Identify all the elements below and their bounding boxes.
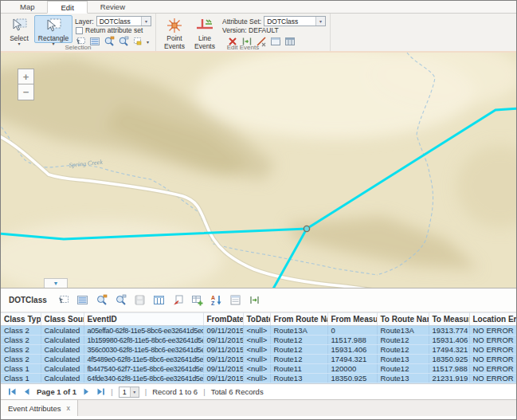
zoom-in-button[interactable]: +	[18, 69, 34, 84]
attribute-set-combobox[interactable]: DOTClass ▾	[264, 16, 326, 26]
cell-from-measure[interactable]: 11517.988	[327, 336, 377, 345]
cell-from-measure[interactable]: 120000	[327, 364, 377, 374]
cell-fromdate[interactable]: 09/11/2015	[203, 345, 243, 355]
attribute-window-icon[interactable]	[229, 294, 241, 306]
return-attribute-set-checkbox[interactable]	[76, 27, 83, 34]
cell-to-route[interactable]: Route13	[377, 355, 429, 364]
line-events-button[interactable]: Line Events	[190, 15, 220, 43]
col-header-from-route-name[interactable]: From Route Name	[270, 313, 327, 326]
show-selected-rows-icon[interactable]	[76, 294, 88, 306]
cell-class-source[interactable]: Calculated	[41, 326, 84, 336]
cell-from-route[interactable]: Route11	[270, 364, 327, 374]
close-tab-icon[interactable]: x	[67, 404, 71, 412]
cell-from-route[interactable]: Route13	[270, 374, 327, 383]
cell-location-error[interactable]: NO ERROR	[469, 355, 517, 364]
map-canvas[interactable]: Spring Creek + − ▼	[1, 53, 516, 289]
cell-class-source[interactable]: Calculated	[41, 345, 84, 355]
table-row[interactable]: Class 1Calculatedfb447540-62f7-11e5-8bc6…	[1, 364, 517, 374]
select-button[interactable]: Select ▾	[4, 15, 34, 43]
cell-eventid[interactable]: a05effa0-62f8-11e5-8bc6-ee32641d5ec9	[84, 326, 203, 336]
select-records-icon[interactable]	[57, 294, 69, 306]
cell-location-error[interactable]: NO ERROR	[469, 336, 517, 345]
cell-eventid[interactable]: 64fde340-62f8-11e5-8bc6-ee32641d5ec9	[84, 374, 203, 383]
cell-from-measure[interactable]: 17494.321	[327, 355, 377, 364]
cell-to-measure[interactable]: 18350.925	[429, 355, 469, 364]
table-row[interactable]: Class 2Calculateda05effa0-62f8-11e5-8bc6…	[1, 326, 517, 336]
point-events-button[interactable]: Point Events	[159, 15, 190, 43]
zoom-out-button[interactable]: −	[18, 84, 34, 100]
cell-from-route[interactable]: Route12	[270, 345, 327, 355]
cell-class-type[interactable]: Class 1	[1, 374, 41, 383]
cell-to-measure[interactable]: 21231.919	[429, 374, 469, 383]
cell-class-type[interactable]: Class 2	[1, 345, 41, 355]
last-page-icon[interactable]	[96, 387, 105, 396]
page-number-dropdown-arrow-icon[interactable]: ▾	[130, 387, 139, 397]
tab-review[interactable]: Review	[88, 1, 138, 13]
pan-to-selected-icon[interactable]	[115, 294, 127, 306]
junction-point-marker[interactable]	[304, 226, 309, 231]
zoom-to-selected-icon[interactable]	[96, 294, 108, 306]
cell-class-type[interactable]: Class 2	[1, 336, 41, 345]
measure-brackets-icon[interactable]	[249, 294, 260, 306]
save-edits-icon[interactable]	[134, 294, 146, 306]
col-header-from-measure[interactable]: From Measure	[327, 313, 377, 326]
cell-class-source[interactable]: Calculated	[41, 336, 84, 345]
table-row[interactable]: Class 2Calculated356c0030-62f8-11e5-8bc6…	[1, 345, 517, 355]
col-header-to-route-name[interactable]: To Route Name	[377, 313, 429, 326]
cell-todate[interactable]: <null>	[243, 336, 270, 345]
cell-to-route[interactable]: Route13A	[377, 326, 429, 336]
cell-location-error[interactable]: NO ERROR	[469, 326, 517, 336]
cell-eventid[interactable]: 1b159980-62f8-11e5-8bc6-ee32641d5ec9	[84, 336, 203, 345]
col-header-fromdate[interactable]: FromDate	[203, 313, 243, 326]
cell-fromdate[interactable]: 09/11/2015	[203, 374, 243, 383]
cell-todate[interactable]: <null>	[243, 364, 270, 374]
cell-from-measure[interactable]: 15931.406	[327, 345, 377, 355]
cell-todate[interactable]: <null>	[243, 326, 270, 336]
col-header-to-measure[interactable]: To Measure	[429, 313, 469, 326]
tab-map[interactable]: Map	[7, 1, 47, 13]
cell-fromdate[interactable]: 09/11/2015	[203, 336, 243, 345]
cell-to-measure[interactable]: 19313.774	[429, 326, 469, 336]
cell-fromdate[interactable]: 09/11/2015	[203, 326, 243, 336]
cell-to-route[interactable]: Route12	[377, 336, 429, 345]
cell-eventid[interactable]: 356c0030-62f8-11e5-8bc6-ee32641d5ec9	[84, 345, 203, 355]
cell-todate[interactable]: <null>	[243, 355, 270, 364]
cell-location-error[interactable]: NO ERROR	[469, 364, 517, 374]
tab-edit[interactable]: Edit	[47, 1, 87, 14]
rectangle-select-button[interactable]: Rectangle ▾	[34, 15, 72, 43]
col-header-todate[interactable]: ToDate	[243, 313, 270, 326]
cell-class-source[interactable]: Calculated	[41, 374, 84, 383]
cell-class-type[interactable]: Class 1	[1, 364, 41, 374]
remove-from-table-icon[interactable]	[172, 294, 184, 306]
page-number-dropdown[interactable]: 1 ▾	[119, 387, 139, 398]
cell-from-route[interactable]: Route12	[270, 336, 327, 345]
cell-to-route[interactable]: Route12	[377, 364, 429, 374]
table-row[interactable]: Class 1Calculated64fde340-62f8-11e5-8bc6…	[1, 374, 517, 383]
cell-to-measure[interactable]: 11517.988	[429, 364, 469, 374]
cell-from-route[interactable]: Route13A	[270, 326, 327, 336]
cell-class-type[interactable]: Class 2	[1, 355, 41, 364]
cell-eventid[interactable]: 4f5489e0-62f8-11e5-8bc6-ee32641d5ec9	[84, 355, 203, 364]
next-page-icon[interactable]	[82, 387, 91, 396]
tab-event-attributes[interactable]: Event Attributes x	[1, 400, 78, 416]
cell-location-error[interactable]: NO ERROR	[469, 374, 517, 383]
cell-from-measure[interactable]: 0	[327, 326, 377, 336]
cell-from-route[interactable]: Route12	[270, 355, 327, 364]
layer-combobox-arrow-icon[interactable]: ▾	[141, 17, 151, 26]
cell-fromdate[interactable]: 09/11/2015	[203, 364, 243, 374]
add-to-table-icon[interactable]	[191, 294, 203, 306]
cell-class-type[interactable]: Class 2	[1, 326, 41, 336]
cell-to-route[interactable]: Route12	[377, 345, 429, 355]
sort-ascending-icon[interactable]: AZ	[210, 294, 222, 306]
first-page-icon[interactable]	[8, 387, 17, 396]
cell-location-error[interactable]: NO ERROR	[469, 345, 517, 355]
cell-todate[interactable]: <null>	[243, 345, 270, 355]
cell-todate[interactable]: <null>	[243, 374, 270, 383]
cell-class-source[interactable]: Calculated	[41, 364, 84, 374]
table-collapse-button[interactable]: ▼	[44, 278, 68, 288]
cell-to-route[interactable]: Route13	[377, 374, 429, 383]
cell-to-measure[interactable]: 15931.406	[429, 336, 469, 345]
col-header-eventid[interactable]: EventID	[84, 313, 203, 326]
col-header-class-source[interactable]: Class Source	[41, 313, 84, 326]
cell-from-measure[interactable]: 18350.925	[327, 374, 377, 383]
